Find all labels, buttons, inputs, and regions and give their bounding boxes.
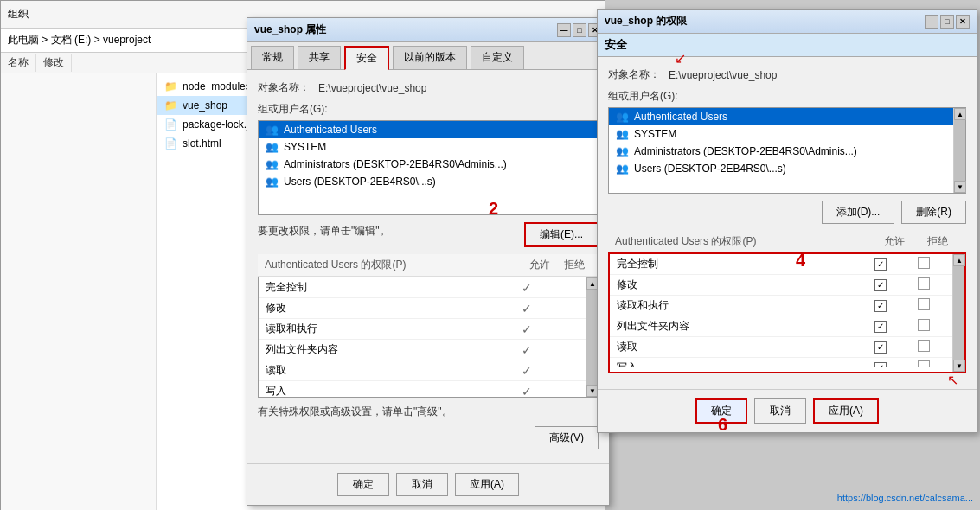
checkbox-unchecked: [918, 298, 930, 310]
window-controls: — □ ✕: [557, 23, 602, 37]
perm-allow-check: ✓: [509, 322, 544, 336]
perm2-name: 读取: [617, 340, 859, 354]
scroll-down-btn[interactable]: ▼: [953, 360, 965, 372]
perm2-row: 读取和执行 ✓: [610, 296, 952, 316]
list-item[interactable]: 👥 Users (DESKTOP-2EB4RS0\...s): [609, 160, 953, 177]
properties-title-bar: vue_shop 属性 — □ ✕: [247, 18, 609, 42]
remove-button[interactable]: 删除(R): [901, 201, 966, 224]
perm-name: 修改: [266, 301, 509, 316]
perm-name: 读取: [266, 363, 509, 378]
perm2-deny-check[interactable]: [902, 340, 945, 354]
checkbox-checked: ✓: [874, 258, 887, 271]
perm2-allow-check[interactable]: ✓: [859, 320, 902, 333]
scroll-thumb[interactable]: [954, 120, 965, 181]
add-remove-row: 添加(D)... 删除(R): [608, 201, 966, 224]
tab-general[interactable]: 常规: [251, 46, 294, 69]
maximize-button[interactable]: □: [573, 23, 586, 37]
user-name: SYSTEM: [634, 128, 676, 140]
permissions-section-title: 安全: [598, 34, 977, 57]
list-item[interactable]: 👥 SYSTEM: [609, 125, 953, 143]
users-scrollbar[interactable]: ▲ ▼: [953, 108, 965, 193]
tab-previous[interactable]: 以前的版本: [393, 46, 467, 69]
cancel-button2[interactable]: 取消: [754, 398, 806, 424]
perm-deny-header: 拒绝: [557, 258, 592, 272]
scroll-up-btn[interactable]: ▲: [954, 108, 966, 120]
tab-custom[interactable]: 自定义: [471, 46, 524, 69]
perm-name: 读取和执行: [266, 322, 509, 336]
list-item[interactable]: 👥 Authenticated Users: [259, 121, 598, 138]
perm2-deny-check[interactable]: [902, 298, 945, 313]
tab-security[interactable]: 安全: [344, 46, 389, 70]
perm-row: 列出文件夹内容 ✓: [259, 340, 586, 360]
checkbox-checked: ✓: [874, 279, 887, 291]
user-name: Users (DESKTOP-2EB4RS0\...s): [284, 175, 436, 188]
close-button[interactable]: ✕: [956, 15, 970, 29]
perm2-name: 列出文件夹内容: [617, 319, 859, 334]
perm-name: 完全控制: [266, 280, 509, 295]
perm2-name: 写入: [617, 360, 859, 367]
perm-name: 写入: [266, 384, 509, 398]
add-button[interactable]: 添加(D)...: [822, 201, 895, 224]
user-name: Administrators (DESKTOP-2EB4RS0\Adminis.…: [634, 145, 857, 157]
perm2-deny-check[interactable]: [902, 319, 945, 334]
users-icon: 👥: [616, 145, 629, 157]
scroll-thumb[interactable]: [953, 266, 964, 360]
date-column-header: 修改: [36, 54, 72, 72]
permissions2-list: 完全控制 ✓ 修改 ✓ 读取和执行 ✓ 列出文件夹内容 ✓: [610, 254, 952, 367]
users-listbox2[interactable]: 👥 Authenticated Users 👥 SYSTEM 👥 Adminis…: [609, 108, 953, 193]
apply-button2[interactable]: 应用(A): [813, 398, 879, 424]
scroll-up-btn[interactable]: ▲: [953, 254, 965, 266]
ok-button[interactable]: 确定: [337, 473, 389, 496]
permissions-bottom-bar: 确定 取消 应用(A): [598, 389, 977, 432]
users-icon: 👥: [616, 163, 629, 175]
perm2-allow-check[interactable]: ✓: [859, 278, 902, 291]
folder-icon: 📁: [163, 99, 177, 112]
checkbox-unchecked: [918, 340, 930, 352]
user-name: Administrators (DESKTOP-2EB4RS0\Adminis.…: [284, 158, 507, 170]
permissions-title: vue_shop 的权限: [605, 14, 687, 29]
scroll-down-btn[interactable]: ▼: [954, 181, 966, 193]
maximize-button[interactable]: □: [940, 15, 954, 29]
user-name: Authenticated Users: [284, 124, 377, 136]
perm2-deny-check[interactable]: [902, 277, 945, 292]
perm-row: 写入 ✓: [259, 381, 586, 398]
perm2-allow-check[interactable]: ✓: [859, 258, 902, 271]
perm2-allow-check[interactable]: ✓: [859, 361, 902, 367]
list-item[interactable]: 👥 Administrators (DESKTOP-2EB4RS0\Admini…: [259, 156, 598, 173]
users-listbox[interactable]: 👥 Authenticated Users 👥 SYSTEM 👥 Adminis…: [258, 120, 599, 215]
ok-button2[interactable]: 确定: [695, 398, 747, 424]
edit-hint: 要更改权限，请单击"编辑"。: [258, 224, 390, 239]
users-icon: 👥: [266, 158, 279, 170]
checkbox-checked: ✓: [874, 300, 887, 312]
group-label: 组或用户名(G):: [258, 102, 599, 117]
checkbox-unchecked: [918, 257, 930, 269]
tab-bar: 常规 共享 安全 以前的版本 自定义: [247, 42, 609, 70]
toolbar-organize-label: 组织: [8, 7, 29, 22]
perm2-allow-check[interactable]: ✓: [859, 299, 902, 312]
perm2-name: 完全控制: [617, 257, 859, 271]
perm-allow-check: ✓: [509, 281, 544, 295]
perm2-scrollbar[interactable]: ▲ ▼: [952, 254, 964, 372]
user-name: SYSTEM: [284, 141, 326, 153]
minimize-button[interactable]: —: [925, 15, 938, 29]
perm2-allow-check[interactable]: ✓: [859, 341, 902, 354]
perm2-deny-check[interactable]: [902, 360, 945, 367]
list-item[interactable]: 👥 Administrators (DESKTOP-2EB4RS0\Admini…: [609, 143, 953, 160]
list-item[interactable]: 👥 SYSTEM: [259, 138, 598, 156]
list-item[interactable]: 👥 Authenticated Users: [609, 108, 953, 125]
tab-share[interactable]: 共享: [298, 46, 341, 69]
cancel-button[interactable]: 取消: [396, 473, 448, 496]
minimize-button[interactable]: —: [557, 23, 571, 37]
perm-allow-check: ✓: [509, 343, 544, 357]
permissions-title-bar: vue_shop 的权限 — □ ✕: [598, 10, 977, 34]
breadcrumb-text: 此电脑 > 文档 (E:) > vueproject: [8, 33, 151, 48]
list-item[interactable]: 👥 Users (DESKTOP-2EB4RS0\...s): [259, 173, 598, 190]
properties-title: vue_shop 属性: [254, 22, 326, 37]
edit-button[interactable]: 编辑(E)...: [524, 222, 599, 247]
advanced-button[interactable]: 高级(V): [535, 426, 599, 449]
apply-button[interactable]: 应用(A): [455, 473, 519, 496]
perm2-deny-check[interactable]: [902, 257, 945, 271]
perm2-row: 读取 ✓: [610, 337, 952, 358]
checkbox-unchecked: [918, 277, 930, 290]
perm-scrollbar[interactable]: ▲ ▼: [586, 277, 598, 397]
